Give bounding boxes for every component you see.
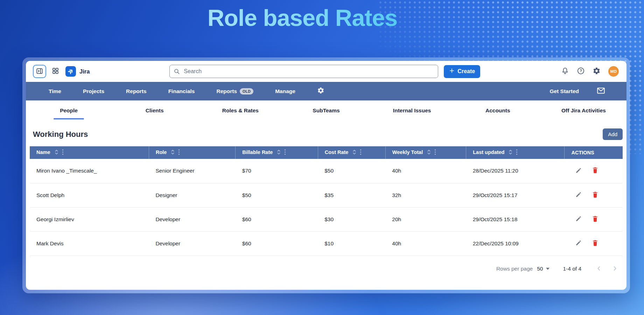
sort-icon[interactable] xyxy=(54,149,59,156)
sort-icon[interactable] xyxy=(508,149,513,156)
cell-actions xyxy=(565,159,623,183)
column-menu-icon[interactable] xyxy=(516,149,518,156)
cell-billable-rate: $70 xyxy=(236,159,318,183)
tab-internal-issues[interactable]: Internal Issues xyxy=(369,107,455,114)
working-hours-table: NameRoleBillable RateCost RateWeekly Tot… xyxy=(30,146,623,256)
column-menu-icon[interactable] xyxy=(360,149,362,156)
pagination-range: 1-4 of 4 xyxy=(563,266,581,272)
rows-per-page-select[interactable]: 50 xyxy=(537,266,550,272)
cell-weekly-total: 40h xyxy=(385,231,466,255)
tab-label: People xyxy=(58,107,79,113)
edit-button[interactable] xyxy=(575,167,582,175)
delete-button[interactable] xyxy=(592,215,598,224)
create-button[interactable]: Create xyxy=(444,65,480,78)
app-switcher-button[interactable] xyxy=(52,67,59,76)
tab-label: Clients xyxy=(144,107,165,113)
jira-logo-icon[interactable] xyxy=(65,66,76,77)
app-window: Jira Create xyxy=(22,57,630,293)
search-input[interactable] xyxy=(169,65,438,78)
content-area: Working Hours Add NameRoleBillable RateC… xyxy=(26,121,626,290)
add-button[interactable]: Add xyxy=(603,128,623,140)
nav-gear-icon xyxy=(317,87,324,96)
sort-icon[interactable] xyxy=(352,149,357,156)
tab-subteams[interactable]: SubTeams xyxy=(283,107,369,114)
tab-accounts[interactable]: Accounts xyxy=(455,107,541,114)
mail-icon[interactable] xyxy=(596,86,606,97)
column-header-label: Billable Rate xyxy=(242,149,273,155)
trash-icon xyxy=(592,191,598,200)
help-icon: ? xyxy=(577,67,585,76)
column-header-last-updated[interactable]: Last updated xyxy=(466,146,565,159)
user-avatar[interactable]: MD xyxy=(608,66,619,77)
nav-settings-button[interactable] xyxy=(317,87,324,96)
plus-icon xyxy=(449,68,455,75)
search-box xyxy=(169,65,438,78)
cell-actions xyxy=(565,231,623,255)
column-menu-icon[interactable] xyxy=(434,149,436,156)
tab-roles-rates[interactable]: Roles & Rates xyxy=(197,107,283,114)
app-name: Jira xyxy=(79,68,90,75)
column-menu-icon[interactable] xyxy=(284,149,286,156)
chevron-left-icon xyxy=(595,265,602,273)
nav-item-manage[interactable]: Manage xyxy=(275,88,295,94)
rows-per-page-value: 50 xyxy=(537,266,543,272)
main-navbar: TimeProjectsReportsFinancialsReportsOLDM… xyxy=(26,82,626,100)
nav-item-time[interactable]: Time xyxy=(49,88,61,94)
edit-button[interactable] xyxy=(575,215,582,223)
tab-clients[interactable]: Clients xyxy=(112,107,197,114)
sort-icon[interactable] xyxy=(427,149,431,156)
tab-people[interactable]: People xyxy=(26,107,112,114)
pencil-icon xyxy=(575,239,582,247)
sidebar-toggle-button[interactable] xyxy=(33,65,46,78)
column-menu-icon[interactable] xyxy=(62,149,64,156)
delete-button[interactable] xyxy=(592,191,598,200)
cell-name: Mark Devis xyxy=(30,231,149,255)
edit-button[interactable] xyxy=(575,239,582,247)
notifications-button[interactable] xyxy=(561,67,569,76)
sort-icon[interactable] xyxy=(276,149,281,156)
nav-item-reports[interactable]: Reports xyxy=(126,88,147,94)
cell-cost-rate: $30 xyxy=(318,207,385,231)
help-button[interactable]: ? xyxy=(577,67,585,76)
trash-icon xyxy=(592,167,598,175)
column-header-role[interactable]: Role xyxy=(149,146,235,159)
cell-cost-rate: $10 xyxy=(318,231,385,255)
cell-last-updated: 29/Oct/2025 15:17 xyxy=(466,183,565,207)
sidebar-expand-icon xyxy=(36,67,43,76)
nav-item-reports-old[interactable]: ReportsOLD xyxy=(216,88,253,94)
settings-button[interactable] xyxy=(593,67,601,76)
column-header-weekly-total[interactable]: Weekly Total xyxy=(385,146,466,159)
next-page-button[interactable] xyxy=(611,265,618,273)
cell-cost-rate: $35 xyxy=(318,183,385,207)
get-started-link[interactable]: Get Started xyxy=(550,88,579,94)
cell-billable-rate: $50 xyxy=(236,183,318,207)
table-row: Georgi IzmirlievDeveloper$60$3020h29/Oct… xyxy=(30,207,623,231)
tab-label: SubTeams xyxy=(311,107,341,113)
column-menu-icon[interactable] xyxy=(178,149,180,156)
create-button-label: Create xyxy=(457,68,475,75)
nav-item-label: Reports xyxy=(216,88,237,94)
cell-role: Developer xyxy=(149,231,235,255)
nav-item-financials[interactable]: Financials xyxy=(168,88,195,94)
edit-button[interactable] xyxy=(575,191,582,199)
column-header-label: Cost Rate xyxy=(325,149,349,155)
gear-icon xyxy=(593,67,601,76)
bell-icon xyxy=(561,67,569,76)
chevron-right-icon xyxy=(611,265,618,273)
column-header-billable-rate[interactable]: Billable Rate xyxy=(236,146,318,159)
delete-button[interactable] xyxy=(592,167,598,175)
column-header-label: Name xyxy=(36,149,50,155)
nav-item-label: Projects xyxy=(83,88,104,94)
sort-icon[interactable] xyxy=(170,149,175,156)
pencil-icon xyxy=(575,167,582,175)
column-header-cost-rate[interactable]: Cost Rate xyxy=(318,146,385,159)
table-row: Mark DevisDeveloper$60$1040h22/Dec/2025 … xyxy=(30,231,623,255)
column-header-label: ACTIONS xyxy=(571,150,594,155)
tab-label: Accounts xyxy=(484,107,512,113)
nav-item-projects[interactable]: Projects xyxy=(83,88,104,94)
previous-page-button[interactable] xyxy=(595,265,602,273)
caret-down-icon xyxy=(546,268,550,270)
column-header-name[interactable]: Name xyxy=(30,146,149,159)
delete-button[interactable] xyxy=(592,239,598,248)
tab-off-jira-activities[interactable]: Off Jira Activities xyxy=(541,107,626,114)
